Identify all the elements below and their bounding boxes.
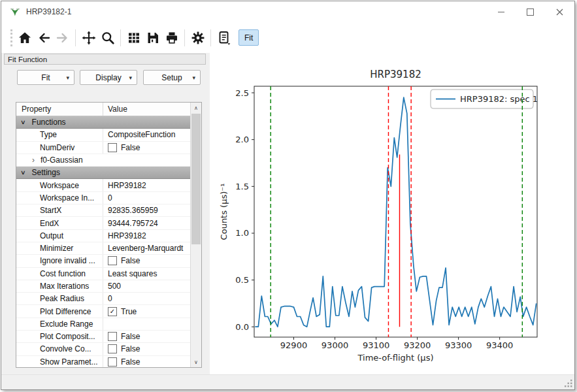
table-row[interactable]: Plot Difference✓True <box>16 305 190 318</box>
forward-button[interactable] <box>54 29 72 47</box>
legend[interactable]: HRP39182: spec 1 <box>431 90 538 108</box>
table-row[interactable]: StartX92835.365959 <box>16 204 190 217</box>
fit-menu-button[interactable]: Fit ▾ <box>17 70 74 85</box>
property-name[interactable]: Max Iterations <box>16 280 103 292</box>
table-row[interactable]: Plot Composit...False <box>16 331 190 343</box>
property-value[interactable]: HRP39182 <box>103 181 190 190</box>
fit-toggle-button[interactable]: Fit <box>239 29 259 46</box>
property-name[interactable]: StartX <box>16 204 103 216</box>
table-row[interactable]: EndX93444.795724 <box>16 217 190 229</box>
property-name[interactable]: Exclude Range <box>16 318 103 330</box>
property-value[interactable]: False <box>103 256 190 265</box>
minimize-button[interactable] <box>486 1 516 22</box>
property-name[interactable]: Workspace <box>16 179 103 191</box>
x-tick-label: 93200 <box>404 340 431 350</box>
property-name[interactable]: Workspace In... <box>16 192 103 204</box>
property-table: Property Value ∨FunctionsTypeCompositeFu… <box>16 102 202 368</box>
table-row[interactable]: ›f0-Gaussian <box>16 154 190 167</box>
print-button[interactable] <box>163 29 181 47</box>
table-row[interactable]: Workspace In...0 <box>16 192 190 204</box>
property-name[interactable]: Type <box>16 129 103 140</box>
property-name[interactable]: Cost function <box>16 268 103 280</box>
property-name[interactable]: EndX <box>16 217 103 229</box>
property-name[interactable]: Minimizer <box>16 242 103 254</box>
property-value[interactable]: 92835.365959 <box>103 206 190 215</box>
table-scrollbar[interactable]: ∧ ∨ <box>190 103 201 367</box>
chevron-down-icon[interactable]: ∨ <box>20 119 26 125</box>
table-row[interactable]: MinimizerLevenberg-Marquardt <box>16 242 190 255</box>
plot-canvas[interactable]: HRP391829290093000931009320093300934000.… <box>212 53 573 374</box>
property-value[interactable]: False <box>103 332 190 341</box>
table-row[interactable]: TypeCompositeFunction <box>16 129 190 141</box>
toolbar-drag-handle[interactable] <box>10 29 12 46</box>
save-button[interactable] <box>144 29 162 47</box>
table-row[interactable]: Peak Radius0 <box>16 293 190 305</box>
scrollbar-thumb[interactable] <box>191 114 201 244</box>
x-tick-label: 93100 <box>363 340 389 350</box>
close-button[interactable] <box>545 1 574 22</box>
table-row[interactable]: Convolve Co...False <box>16 343 190 355</box>
generate-script-button[interactable] <box>215 29 233 47</box>
table-row[interactable]: WorkspaceHRP39182 <box>16 179 190 191</box>
property-name[interactable]: Output <box>16 230 103 242</box>
checkbox-unchecked[interactable] <box>108 344 117 353</box>
table-section-functions[interactable]: ∨Functions <box>16 116 190 129</box>
table-row[interactable]: Exclude Range <box>16 318 190 331</box>
property-value[interactable]: False <box>103 143 190 152</box>
chevron-down-icon: ▾ <box>66 74 69 81</box>
property-value[interactable]: CompositeFunction <box>103 130 190 139</box>
scroll-down-button[interactable]: ∨ <box>191 357 201 367</box>
property-name[interactable]: Show Paramet... <box>16 356 103 368</box>
property-value[interactable]: False <box>103 344 190 353</box>
property-name[interactable]: Plot Difference <box>16 305 103 317</box>
table-row[interactable]: Cost functionLeast squares <box>16 268 190 280</box>
property-name[interactable]: Ignore invalid ... <box>16 255 103 267</box>
table-section-settings[interactable]: ∨Settings <box>16 167 190 179</box>
scroll-up-button[interactable]: ∧ <box>191 103 201 113</box>
checkbox-unchecked[interactable] <box>108 332 117 341</box>
resize-grip-icon[interactable] <box>564 379 572 387</box>
maximize-icon <box>527 8 534 16</box>
property-value[interactable]: ✓True <box>103 307 190 316</box>
forward-arrow-icon <box>55 30 71 46</box>
display-menu-button[interactable]: Display ▾ <box>80 70 137 85</box>
property-value[interactable]: 0 <box>103 294 190 303</box>
property-value[interactable]: 500 <box>103 282 190 291</box>
zoom-button[interactable] <box>99 29 117 47</box>
property-value[interactable]: False <box>103 357 190 367</box>
property-value[interactable]: Levenberg-Marquardt <box>103 244 190 253</box>
chevron-down-icon[interactable]: ∨ <box>20 169 26 176</box>
table-row[interactable]: Max Iterations500 <box>16 280 190 293</box>
chevron-down-icon: ▾ <box>192 74 195 81</box>
property-name[interactable]: Peak Radius <box>16 293 103 304</box>
setup-menu-button[interactable]: Setup ▾ <box>143 70 201 85</box>
back-button[interactable] <box>35 29 53 47</box>
x-axis-label: Time-of-flight (µs) <box>357 353 434 363</box>
checkbox-label: False <box>121 332 140 341</box>
grid-button[interactable] <box>125 29 143 47</box>
property-name[interactable]: NumDeriv <box>16 142 103 154</box>
chevron-right-icon[interactable]: › <box>32 155 35 165</box>
checkbox-unchecked[interactable] <box>108 143 117 152</box>
pan-button[interactable] <box>80 29 98 47</box>
settings-button[interactable] <box>189 29 207 47</box>
property-value[interactable]: HRP39182 <box>103 231 190 240</box>
table-row[interactable]: Show Paramet...False <box>16 356 190 368</box>
table-row[interactable]: NumDerivFalse <box>16 142 190 154</box>
property-name[interactable]: Convolve Co... <box>16 343 103 355</box>
application-window: HRP39182-1 <box>1 1 575 390</box>
dock-title[interactable]: Fit Function <box>4 54 206 65</box>
checkbox-label: False <box>121 357 140 367</box>
property-value[interactable]: 0 <box>103 193 190 203</box>
home-button[interactable] <box>16 29 34 47</box>
property-value[interactable]: Least squares <box>103 269 190 278</box>
checkbox-unchecked[interactable] <box>108 256 117 265</box>
title-bar[interactable]: HRP39182-1 <box>1 1 574 22</box>
property-name[interactable]: Plot Composit... <box>16 331 103 342</box>
table-row[interactable]: OutputHRP39182 <box>16 230 190 242</box>
property-value[interactable]: 93444.795724 <box>103 219 190 228</box>
maximize-button[interactable] <box>516 1 545 22</box>
checkbox-unchecked[interactable] <box>108 357 117 367</box>
table-row[interactable]: Ignore invalid ...False <box>16 255 190 267</box>
checkbox-checked[interactable]: ✓ <box>108 307 117 316</box>
